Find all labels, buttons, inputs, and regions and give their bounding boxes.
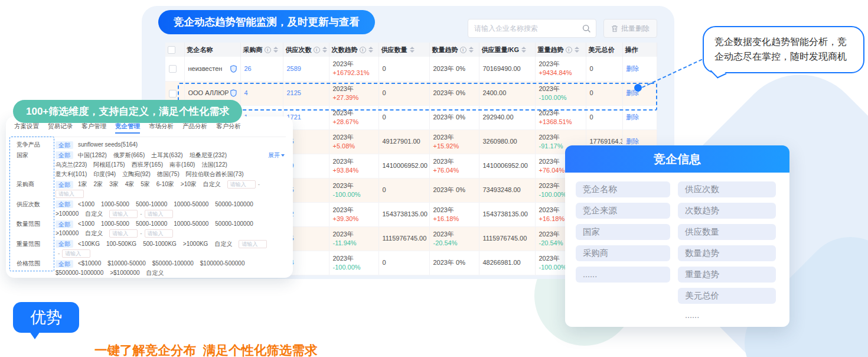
filter-option[interactable]: 1000-5000 <box>101 220 129 228</box>
filter-option[interactable]: 50000-100000 <box>215 220 253 228</box>
filter-option[interactable]: 5000-10000 <box>136 200 167 209</box>
column-header[interactable]: 次数趋势i <box>329 43 378 57</box>
filter-all-chip[interactable]: 全部 <box>56 151 73 159</box>
filter-option[interactable]: 自定义 <box>85 229 103 238</box>
delete-link[interactable]: 删除 <box>626 113 639 121</box>
filter-option[interactable]: 自定义 <box>203 180 221 189</box>
tab-市场分析[interactable]: 市场分析 <box>149 122 174 134</box>
filter-option[interactable]: 印度(94) <box>93 170 116 178</box>
delete-link[interactable]: 删除 <box>626 65 639 72</box>
filter-option[interactable]: 意大利(101) <box>56 170 87 178</box>
batch-delete-button[interactable]: 批量删除 <box>603 19 657 38</box>
filter-option[interactable]: 4家 <box>125 180 135 189</box>
tab-产品分析[interactable]: 产品分析 <box>182 122 207 134</box>
filter-option[interactable]: 土耳其(632) <box>151 151 182 160</box>
sort-icon[interactable] <box>273 47 278 53</box>
filter-option[interactable]: 阿根廷(175) <box>93 161 125 169</box>
supply-count-cell[interactable]: 2589 <box>283 57 329 81</box>
range-max-input[interactable] <box>145 210 173 218</box>
sort-icon[interactable] <box>410 47 415 53</box>
filter-option[interactable]: 10000-50000 <box>174 220 208 228</box>
filter-all-chip[interactable]: 全部 <box>56 260 73 268</box>
filter-option[interactable]: 10000-50000 <box>174 200 208 209</box>
filter-all-chip[interactable]: 全部 <box>56 240 73 248</box>
filter-option[interactable]: <100KG <box>78 240 100 248</box>
search-input[interactable] <box>474 24 582 33</box>
column-header[interactable]: 供应数量 <box>378 43 429 57</box>
filter-option[interactable]: 自定义 <box>85 210 103 218</box>
filter-option[interactable]: 德国(75) <box>157 170 180 178</box>
column-header[interactable]: 采购商i <box>240 43 283 57</box>
filter-option[interactable]: $100000-500000 <box>200 259 245 268</box>
buyers-count-cell[interactable]: 4 <box>240 81 283 105</box>
filter-option[interactable]: 自定义 <box>146 269 164 277</box>
supply-count-cell[interactable]: 2125 <box>283 81 329 105</box>
tab-竞企管理[interactable]: 竞企管理 <box>115 122 140 134</box>
delete-link[interactable]: 删除 <box>626 138 639 145</box>
range-max-input[interactable] <box>145 229 173 238</box>
filter-option[interactable]: $50000-100000 <box>152 259 194 268</box>
filter-option[interactable]: >10家 <box>181 180 197 189</box>
filter-option[interactable]: <1000 <box>78 220 94 228</box>
filter-option[interactable]: 50000-100000 <box>215 200 253 209</box>
filter-option[interactable]: 立陶宛(92) <box>122 170 151 178</box>
filter-option[interactable]: 100-500KG <box>106 240 136 248</box>
filter-option[interactable]: 自定义 <box>214 240 232 248</box>
filter-option[interactable]: 3家 <box>109 180 119 189</box>
filter-option[interactable]: 5000-10000 <box>136 220 167 228</box>
filter-option[interactable]: 坦桑尼亚(232) <box>190 151 227 160</box>
range-max-input[interactable] <box>56 190 84 198</box>
column-header[interactable]: 数量趋势i <box>429 43 479 57</box>
range-min-input[interactable] <box>239 240 267 248</box>
filter-option[interactable]: 乌克兰(223) <box>56 161 87 169</box>
range-min-input[interactable] <box>109 229 138 238</box>
column-header[interactable]: 供应重量/KG <box>479 43 535 57</box>
filter-option[interactable]: >1000KG <box>183 240 208 248</box>
range-min-input[interactable] <box>227 180 256 189</box>
filter-option[interactable]: 5家 <box>141 180 150 189</box>
expand-link[interactable]: 展开 <box>268 151 285 160</box>
select-all-header[interactable] <box>165 43 184 57</box>
range-max-input[interactable] <box>62 249 90 258</box>
sort-icon[interactable] <box>521 47 526 53</box>
filter-all-chip[interactable]: 全部 <box>56 141 73 149</box>
filter-option[interactable]: 南非(160) <box>169 161 195 169</box>
filter-all-chip[interactable]: 全部 <box>56 181 73 189</box>
filter-option[interactable]: >100000 <box>56 210 79 218</box>
tab-贸易记录[interactable]: 贸易记录 <box>48 122 73 134</box>
column-header[interactable]: 供应次数i <box>283 43 329 57</box>
row-checkbox[interactable] <box>169 65 177 73</box>
filter-option[interactable]: $10000-50000 <box>107 259 146 268</box>
sort-icon[interactable] <box>575 47 579 53</box>
filter-option[interactable]: 1家 <box>78 180 87 189</box>
tab-客户管理[interactable]: 客户管理 <box>81 122 106 134</box>
sort-icon[interactable] <box>322 47 327 53</box>
sort-icon[interactable] <box>469 47 474 53</box>
filter-option[interactable]: 俄罗斯(665) <box>113 151 145 160</box>
range-min-input[interactable] <box>109 210 138 218</box>
filter-option[interactable]: 中国(1282) <box>78 151 107 160</box>
filter-option[interactable]: 西班牙(165) <box>132 161 163 169</box>
filter-option[interactable]: 6-10家 <box>156 180 174 189</box>
filter-option[interactable]: >100000 <box>56 229 79 238</box>
tab-客户分析[interactable]: 客户分析 <box>216 122 241 134</box>
filter-option[interactable]: 1000-5000 <box>101 200 129 209</box>
row-checkbox[interactable] <box>169 90 177 98</box>
filter-option[interactable]: sunflower seeds(5164) <box>78 141 138 149</box>
filter-option[interactable]: $500000-1000000 <box>56 269 103 277</box>
filter-option[interactable]: >$1000000 <box>110 269 139 277</box>
column-header[interactable]: 重量趋势i <box>535 43 586 57</box>
tab-方案设置[interactable]: 方案设置 <box>14 122 39 134</box>
filter-option[interactable]: 法国(122) <box>201 161 227 169</box>
filter-all-chip[interactable]: 全部 <box>56 220 73 228</box>
sort-icon[interactable] <box>368 47 373 53</box>
filter-all-chip[interactable]: 全部 <box>56 200 73 208</box>
company-search[interactable] <box>468 19 596 38</box>
filter-option[interactable]: <$10000 <box>78 259 101 268</box>
buyers-count-cell[interactable]: 26 <box>240 57 283 81</box>
filter-option[interactable]: <1000 <box>78 200 94 209</box>
filter-option[interactable]: 500-1000KG <box>143 240 177 248</box>
filter-option[interactable]: 阿拉伯联合酋长国(73) <box>186 170 244 178</box>
filter-option[interactable]: 2家 <box>94 180 103 189</box>
select-all-checkbox[interactable] <box>168 46 175 54</box>
